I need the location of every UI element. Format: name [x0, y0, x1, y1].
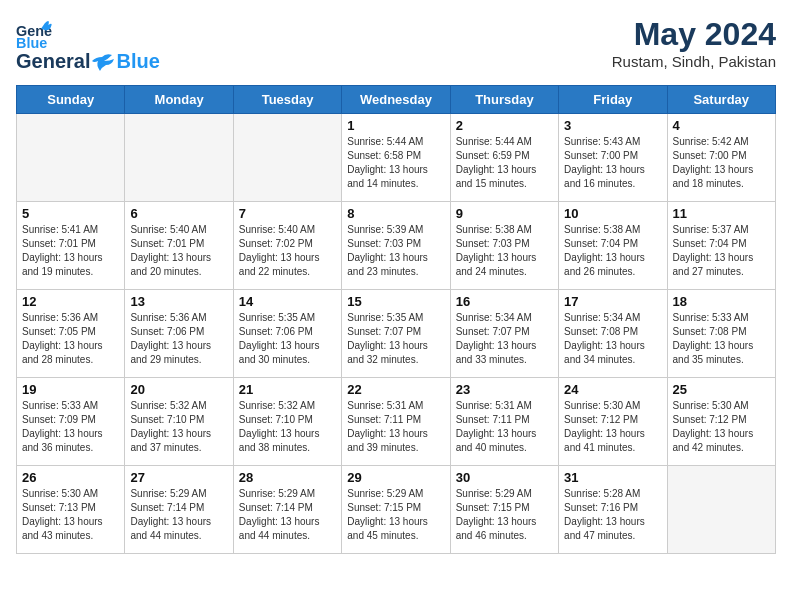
calendar-cell: [667, 466, 775, 554]
calendar-cell: 28Sunrise: 5:29 AMSunset: 7:14 PMDayligh…: [233, 466, 341, 554]
day-info: Sunrise: 5:29 AMSunset: 7:14 PMDaylight:…: [239, 487, 336, 543]
calendar-week-row: 26Sunrise: 5:30 AMSunset: 7:13 PMDayligh…: [17, 466, 776, 554]
col-tuesday: Tuesday: [233, 86, 341, 114]
day-info: Sunrise: 5:28 AMSunset: 7:16 PMDaylight:…: [564, 487, 661, 543]
day-info: Sunrise: 5:29 AMSunset: 7:14 PMDaylight:…: [130, 487, 227, 543]
calendar-cell: 2Sunrise: 5:44 AMSunset: 6:59 PMDaylight…: [450, 114, 558, 202]
logo-icon: General Blue: [16, 16, 52, 52]
col-sunday: Sunday: [17, 86, 125, 114]
calendar-cell: 29Sunrise: 5:29 AMSunset: 7:15 PMDayligh…: [342, 466, 450, 554]
day-info: Sunrise: 5:40 AMSunset: 7:01 PMDaylight:…: [130, 223, 227, 279]
day-info: Sunrise: 5:42 AMSunset: 7:00 PMDaylight:…: [673, 135, 770, 191]
day-info: Sunrise: 5:43 AMSunset: 7:00 PMDaylight:…: [564, 135, 661, 191]
calendar-cell: 17Sunrise: 5:34 AMSunset: 7:08 PMDayligh…: [559, 290, 667, 378]
day-number: 5: [22, 206, 119, 221]
day-info: Sunrise: 5:38 AMSunset: 7:03 PMDaylight:…: [456, 223, 553, 279]
day-number: 27: [130, 470, 227, 485]
day-info: Sunrise: 5:32 AMSunset: 7:10 PMDaylight:…: [239, 399, 336, 455]
day-number: 17: [564, 294, 661, 309]
day-number: 18: [673, 294, 770, 309]
day-number: 15: [347, 294, 444, 309]
calendar-cell: 22Sunrise: 5:31 AMSunset: 7:11 PMDayligh…: [342, 378, 450, 466]
calendar-cell: [233, 114, 341, 202]
calendar-cell: 30Sunrise: 5:29 AMSunset: 7:15 PMDayligh…: [450, 466, 558, 554]
day-info: Sunrise: 5:30 AMSunset: 7:12 PMDaylight:…: [673, 399, 770, 455]
calendar-cell: [125, 114, 233, 202]
calendar-cell: 19Sunrise: 5:33 AMSunset: 7:09 PMDayligh…: [17, 378, 125, 466]
calendar-cell: 9Sunrise: 5:38 AMSunset: 7:03 PMDaylight…: [450, 202, 558, 290]
page-container: General Blue General Blue May 2024 Rusta…: [16, 16, 776, 554]
day-number: 1: [347, 118, 444, 133]
day-info: Sunrise: 5:30 AMSunset: 7:12 PMDaylight:…: [564, 399, 661, 455]
col-friday: Friday: [559, 86, 667, 114]
day-info: Sunrise: 5:31 AMSunset: 7:11 PMDaylight:…: [456, 399, 553, 455]
calendar-table: Sunday Monday Tuesday Wednesday Thursday…: [16, 85, 776, 554]
day-number: 24: [564, 382, 661, 397]
calendar-cell: 23Sunrise: 5:31 AMSunset: 7:11 PMDayligh…: [450, 378, 558, 466]
day-info: Sunrise: 5:33 AMSunset: 7:09 PMDaylight:…: [22, 399, 119, 455]
header: General Blue General Blue May 2024 Rusta…: [16, 16, 776, 73]
location: Rustam, Sindh, Pakistan: [612, 53, 776, 70]
day-number: 31: [564, 470, 661, 485]
title-area: May 2024 Rustam, Sindh, Pakistan: [612, 16, 776, 70]
day-info: Sunrise: 5:34 AMSunset: 7:07 PMDaylight:…: [456, 311, 553, 367]
col-thursday: Thursday: [450, 86, 558, 114]
logo: General Blue General Blue: [16, 16, 160, 73]
calendar-cell: 12Sunrise: 5:36 AMSunset: 7:05 PMDayligh…: [17, 290, 125, 378]
day-number: 25: [673, 382, 770, 397]
day-info: Sunrise: 5:32 AMSunset: 7:10 PMDaylight:…: [130, 399, 227, 455]
calendar-cell: 15Sunrise: 5:35 AMSunset: 7:07 PMDayligh…: [342, 290, 450, 378]
day-info: Sunrise: 5:33 AMSunset: 7:08 PMDaylight:…: [673, 311, 770, 367]
calendar-cell: 25Sunrise: 5:30 AMSunset: 7:12 PMDayligh…: [667, 378, 775, 466]
day-info: Sunrise: 5:36 AMSunset: 7:06 PMDaylight:…: [130, 311, 227, 367]
day-info: Sunrise: 5:34 AMSunset: 7:08 PMDaylight:…: [564, 311, 661, 367]
logo-blue: Blue: [116, 50, 159, 73]
calendar-cell: 5Sunrise: 5:41 AMSunset: 7:01 PMDaylight…: [17, 202, 125, 290]
calendar-week-row: 12Sunrise: 5:36 AMSunset: 7:05 PMDayligh…: [17, 290, 776, 378]
day-number: 6: [130, 206, 227, 221]
day-info: Sunrise: 5:35 AMSunset: 7:07 PMDaylight:…: [347, 311, 444, 367]
calendar-cell: 24Sunrise: 5:30 AMSunset: 7:12 PMDayligh…: [559, 378, 667, 466]
day-info: Sunrise: 5:44 AMSunset: 6:58 PMDaylight:…: [347, 135, 444, 191]
month-year: May 2024: [612, 16, 776, 53]
calendar-cell: 8Sunrise: 5:39 AMSunset: 7:03 PMDaylight…: [342, 202, 450, 290]
weekday-header-row: Sunday Monday Tuesday Wednesday Thursday…: [17, 86, 776, 114]
day-number: 19: [22, 382, 119, 397]
day-number: 20: [130, 382, 227, 397]
day-number: 4: [673, 118, 770, 133]
calendar-cell: 11Sunrise: 5:37 AMSunset: 7:04 PMDayligh…: [667, 202, 775, 290]
calendar-cell: 26Sunrise: 5:30 AMSunset: 7:13 PMDayligh…: [17, 466, 125, 554]
day-info: Sunrise: 5:39 AMSunset: 7:03 PMDaylight:…: [347, 223, 444, 279]
day-number: 9: [456, 206, 553, 221]
calendar-cell: 1Sunrise: 5:44 AMSunset: 6:58 PMDaylight…: [342, 114, 450, 202]
day-info: Sunrise: 5:44 AMSunset: 6:59 PMDaylight:…: [456, 135, 553, 191]
calendar-cell: 16Sunrise: 5:34 AMSunset: 7:07 PMDayligh…: [450, 290, 558, 378]
day-info: Sunrise: 5:41 AMSunset: 7:01 PMDaylight:…: [22, 223, 119, 279]
day-info: Sunrise: 5:35 AMSunset: 7:06 PMDaylight:…: [239, 311, 336, 367]
calendar-cell: 13Sunrise: 5:36 AMSunset: 7:06 PMDayligh…: [125, 290, 233, 378]
day-number: 14: [239, 294, 336, 309]
day-number: 13: [130, 294, 227, 309]
calendar-cell: 4Sunrise: 5:42 AMSunset: 7:00 PMDaylight…: [667, 114, 775, 202]
day-number: 28: [239, 470, 336, 485]
logo-general: General: [16, 50, 90, 73]
calendar-cell: 20Sunrise: 5:32 AMSunset: 7:10 PMDayligh…: [125, 378, 233, 466]
calendar-cell: 18Sunrise: 5:33 AMSunset: 7:08 PMDayligh…: [667, 290, 775, 378]
day-info: Sunrise: 5:38 AMSunset: 7:04 PMDaylight:…: [564, 223, 661, 279]
day-number: 29: [347, 470, 444, 485]
day-number: 26: [22, 470, 119, 485]
day-number: 8: [347, 206, 444, 221]
calendar-cell: 21Sunrise: 5:32 AMSunset: 7:10 PMDayligh…: [233, 378, 341, 466]
calendar-cell: 31Sunrise: 5:28 AMSunset: 7:16 PMDayligh…: [559, 466, 667, 554]
calendar-week-row: 1Sunrise: 5:44 AMSunset: 6:58 PMDaylight…: [17, 114, 776, 202]
calendar-week-row: 19Sunrise: 5:33 AMSunset: 7:09 PMDayligh…: [17, 378, 776, 466]
col-monday: Monday: [125, 86, 233, 114]
svg-text:Blue: Blue: [16, 35, 47, 51]
calendar-cell: [17, 114, 125, 202]
col-wednesday: Wednesday: [342, 86, 450, 114]
calendar-cell: 27Sunrise: 5:29 AMSunset: 7:14 PMDayligh…: [125, 466, 233, 554]
day-number: 23: [456, 382, 553, 397]
bird-icon: [92, 53, 114, 71]
day-info: Sunrise: 5:36 AMSunset: 7:05 PMDaylight:…: [22, 311, 119, 367]
calendar-week-row: 5Sunrise: 5:41 AMSunset: 7:01 PMDaylight…: [17, 202, 776, 290]
